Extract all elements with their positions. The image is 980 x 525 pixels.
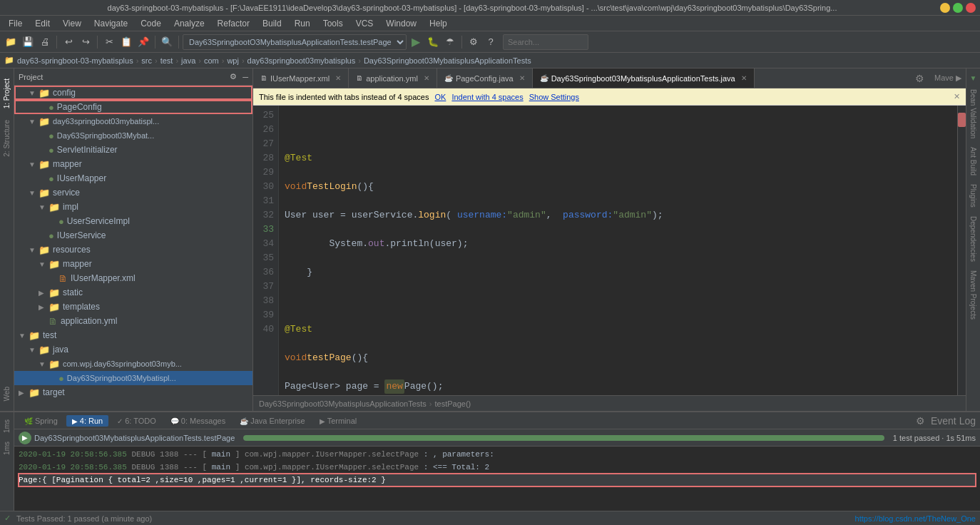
toolbar-search-input[interactable] [503,34,588,50]
tree-item-config[interactable]: ▼ 📁 config [14,86,252,100]
breadcrumb-src[interactable]: src [141,56,152,65]
panel-gear[interactable]: ⚙ [230,72,237,81]
toolbar-save-btn[interactable]: 💾 [20,34,36,50]
toolbar-copy-btn[interactable]: 📋 [118,34,134,50]
menu-run[interactable]: Run [289,17,316,30]
menu-vcs[interactable]: VCS [350,17,379,30]
tab-terminal[interactable]: ▶Terminal [314,415,363,427]
tree-item-servlet[interactable]: ● ServletInitializer [14,143,252,157]
vtab-maven[interactable]: ▼ [968,71,979,85]
menu-analyze[interactable]: Analyze [168,17,210,30]
editor-settings-btn[interactable]: ⚙ [909,73,930,84]
menu-build[interactable]: Build [257,17,287,30]
tab-spring[interactable]: 🌿Spring [19,415,63,427]
tree-item-test-java[interactable]: ▼ 📁 java [14,342,252,357]
vtab-plugins[interactable]: Plugins [968,180,979,212]
menu-code[interactable]: Code [135,17,167,30]
vtab-dependencies[interactable]: Dependencies [968,212,979,266]
tree-item-app[interactable]: ● Day63Springboot03Mybat... [14,128,252,143]
tree-item-resources[interactable]: ▼ 📁 resources [14,243,252,257]
menu-help[interactable]: Help [424,17,453,30]
vtab-structure[interactable]: 2: Structure [1,116,12,161]
code-content[interactable]: @Test void TestLogin(){ User user = user… [279,106,966,395]
breadcrumb-method-name[interactable]: testPage() [434,399,471,408]
tree-item-impl[interactable]: ▼ 📁 impl [14,200,252,214]
tree-item-mapper-res[interactable]: ▼ 📁 mapper [14,257,252,271]
toolbar-undo-btn[interactable]: ↩ [61,34,76,50]
notification-close[interactable]: ✕ [954,92,960,101]
breadcrumb-project[interactable]: day63-springboot-03-mybatisplus [17,56,133,65]
breadcrumb-com[interactable]: com [204,56,219,65]
toolbar-help-btn[interactable]: ? [483,34,499,50]
tree-item-mapper[interactable]: ▼ 📁 mapper [14,157,252,171]
notification-ok[interactable]: OK [434,93,446,101]
vtab-ant-build[interactable]: Ant Build [968,143,979,180]
breadcrumb-class-name[interactable]: Day63Springboot03MybatisplusApplicationT… [259,399,427,408]
run-btn[interactable]: ▶ [408,34,424,50]
status-link[interactable]: https://blog.csdn.net/TheNew_One [855,514,976,523]
toolbar-redo-btn[interactable]: ↪ [78,34,93,50]
tree-item-test[interactable]: ▼ 📁 test [14,328,252,342]
vtab-bean-validation[interactable]: Bean Validation [968,85,979,143]
tree-item-static[interactable]: ▶ 📁 static [14,285,252,300]
editor-tab-iusermapper[interactable]: 🗎 IUserMapper.xml ✕ [253,68,349,88]
run-play-button[interactable]: ▶ [19,432,31,444]
coverage-btn[interactable]: ☂ [442,34,458,50]
breadcrumb-class[interactable]: Day63Springboot03MybatisplusApplicationT… [364,56,531,65]
tree-item-templates[interactable]: ▶ 📁 templates [14,300,252,314]
tree-item-pkg[interactable]: ▼ 📁 day63springboot03mybatispl... [14,114,252,128]
close-button[interactable] [966,3,976,13]
breadcrumb-test[interactable]: test [160,56,173,65]
minimize-button[interactable] [940,3,950,13]
tab-todo[interactable]: ✓6: TODO [111,415,162,427]
tree-item-target[interactable]: ▶ 📁 target [14,385,252,399]
panel-minimize[interactable]: ─ [243,73,248,81]
tab-java-enterprise[interactable]: ☕Java Enterprise [234,415,310,427]
console-output[interactable]: 2020-01-19 20:58:56.385 DEBUG 1388 --- [… [14,447,980,511]
editor-tab-tests[interactable]: ☕ Day63Springboot03MybatisplusApplicatio… [533,68,755,88]
tree-item-service[interactable]: ▼ 📁 service [14,185,252,200]
maven-toggle[interactable]: Mave ▶ [930,73,966,83]
toolbar-cut-btn[interactable]: ✂ [101,34,117,50]
vtab-project[interactable]: 1: Project [1,74,12,113]
event-log-btn[interactable]: Event Log [931,415,976,427]
notification-indent[interactable]: Indent with 4 spaces [451,93,523,101]
maximize-button[interactable] [953,3,963,13]
breadcrumb-wpj[interactable]: wpj [227,56,239,65]
tree-item-test-class[interactable]: ● Day63Springboot03Mybatispl... [14,371,252,385]
tree-item-iuserservice[interactable]: ● IUserService [14,228,252,243]
tree-item-application-yml[interactable]: 🗎 application.yml [14,314,252,328]
debug-btn[interactable]: 🐛 [425,34,441,50]
notification-show-settings[interactable]: Show Settings [529,93,579,101]
toolbar-open-btn[interactable]: 📁 [3,34,19,50]
menu-tools[interactable]: Tools [317,17,349,30]
breadcrumb-pkg[interactable]: day63springboot03mybatisplus [247,56,356,65]
vtab-maven-projects[interactable]: Maven Projects [968,266,979,324]
menu-edit[interactable]: Edit [29,17,56,30]
tree-item-pageconfig[interactable]: ● PageConfig [14,100,252,114]
tree-item-userserviceimpl[interactable]: ● UserServiceImpl [14,214,252,228]
toolbar-find-btn[interactable]: 🔍 [159,34,175,50]
tab-messages[interactable]: 💬0: Messages [165,415,231,427]
menu-navigate[interactable]: Navigate [88,17,133,30]
breadcrumb-java[interactable]: java [181,56,195,65]
menu-view[interactable]: View [57,17,87,30]
code-editor[interactable]: 25 26 27 28 29 30 31 32 33 34 35 36 37 3… [253,106,966,395]
menu-file[interactable]: File [3,17,28,30]
btab-1ms-1[interactable]: 1ms [1,415,12,437]
menu-refactor[interactable]: Refactor [212,17,255,30]
toolbar-settings-btn[interactable]: ⚙ [466,34,481,50]
tab-run[interactable]: ▶4: Run [66,415,108,427]
vtab-web[interactable]: Web [1,382,12,405]
run-settings-btn[interactable]: ⚙ [916,415,925,427]
toolbar-paste-btn[interactable]: 📌 [136,34,151,50]
toolbar-print-btn[interactable]: 🖨 [37,34,53,50]
tree-item-iusermapper[interactable]: ● IUserMapper [14,171,252,185]
tree-item-test-pkg[interactable]: ▼ 📁 com.wpj.day63springboot03myb... [14,357,252,371]
editor-tab-application[interactable]: 🗎 application.yml ✕ [349,68,437,88]
editor-tab-pageconfig[interactable]: ☕ PageConfig.java ✕ [437,68,533,88]
tree-item-iusermapper-xml[interactable]: 🗎 IUserMapper.xml [14,271,252,285]
btab-1ms-2[interactable]: 1ms [1,437,12,459]
run-config-dropdown[interactable]: Day63SpringbootO3MybatisplusApplicationT… [183,34,407,50]
menu-window[interactable]: Window [380,17,422,30]
